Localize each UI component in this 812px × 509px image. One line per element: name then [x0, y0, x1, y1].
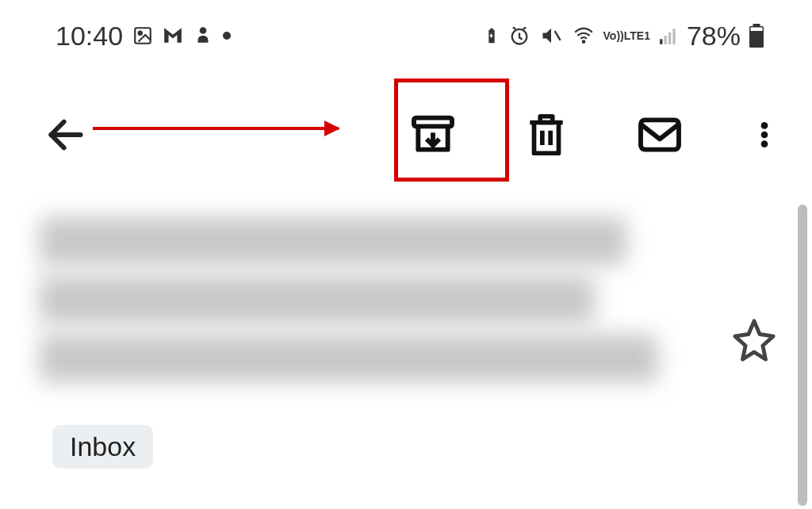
person-indicator-icon	[193, 25, 213, 46]
vibrate-mute-icon	[538, 25, 564, 47]
battery-icon	[749, 24, 764, 48]
signal-icon	[658, 25, 679, 46]
label-chip[interactable]: Inbox	[52, 425, 153, 469]
volte-indicator-icon: Vo)) LTE1	[603, 30, 650, 41]
svg-point-14	[761, 122, 768, 129]
svg-rect-13	[641, 120, 679, 149]
network-label: LTE1	[624, 30, 650, 41]
svg-point-2	[200, 27, 207, 34]
svg-rect-5	[660, 39, 662, 44]
svg-point-15	[761, 132, 768, 139]
more-menu-button[interactable]	[749, 110, 780, 159]
screen: 10:40 V	[0, 0, 812, 509]
svg-rect-10	[753, 24, 760, 28]
delete-button[interactable]	[522, 110, 571, 159]
status-bar: 10:40 V	[0, 16, 812, 55]
back-button[interactable]	[44, 113, 88, 157]
wifi-icon	[572, 25, 596, 46]
blurred-subject-line	[40, 276, 595, 323]
svg-rect-7	[668, 33, 671, 44]
mark-unread-button[interactable]	[634, 109, 685, 160]
alarm-icon	[508, 25, 530, 47]
svg-point-1	[139, 32, 142, 35]
svg-point-4	[582, 40, 584, 43]
gmail-indicator-icon	[163, 25, 183, 46]
annotation-highlight	[394, 78, 509, 182]
status-time: 10:40	[56, 21, 123, 52]
svg-rect-0	[135, 28, 151, 44]
email-content: Inbox	[40, 206, 788, 469]
svg-rect-11	[751, 28, 763, 32]
battery-percent: 78%	[687, 21, 741, 52]
annotation-arrow	[93, 127, 339, 130]
blurred-subject-line	[40, 335, 658, 382]
blurred-subject-line	[40, 217, 626, 265]
notification-dot-icon	[223, 32, 231, 40]
scrollbar[interactable]	[798, 205, 807, 506]
image-indicator-icon	[132, 25, 153, 46]
svg-point-16	[761, 140, 768, 147]
status-left: 10:40	[56, 21, 231, 52]
vo-label: Vo))	[603, 30, 624, 41]
star-button[interactable]	[731, 317, 777, 366]
status-right: Vo)) LTE1 78%	[483, 21, 764, 52]
svg-rect-6	[665, 36, 667, 44]
svg-rect-8	[672, 29, 675, 44]
battery-saver-icon	[483, 25, 500, 47]
